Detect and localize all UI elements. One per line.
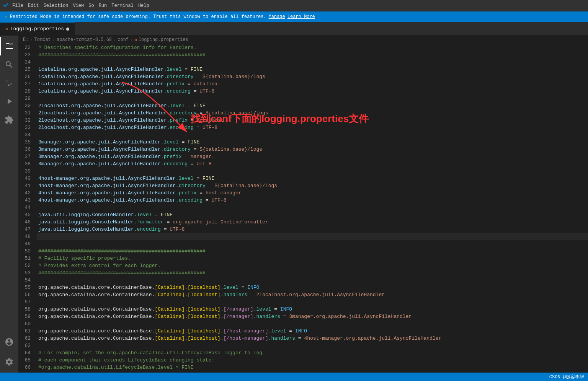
activity-extensions[interactable] [0, 111, 18, 129]
line-number: 25 [18, 66, 37, 73]
code-line: 45java.util.logging.ConsoleHandler.level… [18, 211, 588, 218]
breadcrumb-tomcat[interactable]: Tomcat [34, 37, 51, 42]
code-lines: 22# Describes specific configuration inf… [18, 44, 588, 373]
manage-link[interactable]: Manage [269, 14, 285, 20]
activity-run-debug[interactable] [0, 92, 18, 111]
code-line: 271catalina.org.apache.juli.AsyncFileHan… [18, 80, 588, 88]
line-number: 41 [18, 182, 37, 189]
line-content: # each component that extends LifecycleB… [37, 357, 588, 364]
file-icon: ⚙ [5, 26, 8, 31]
main-layout: E: › Tomcat › apache-tomcat-8.5.68 › con… [0, 36, 588, 373]
line-number: 46 [18, 218, 37, 226]
line-number: 45 [18, 211, 37, 218]
line-number: 52 [18, 262, 37, 269]
menu-edit[interactable]: Edit [28, 3, 39, 8]
line-number: 35 [18, 138, 37, 146]
code-line: 52# Provides extra control for each logg… [18, 262, 588, 269]
code-line: 62org.apache.catalina.core.ContainerBase… [18, 335, 588, 342]
activity-search[interactable] [0, 55, 18, 74]
line-content: org.apache.catalina.core.ContainerBase.[… [37, 284, 588, 291]
breadcrumb-file-icon: ⚙ [134, 37, 137, 42]
line-content: 1catalina.org.apache.juli.AsyncFileHandl… [37, 73, 588, 80]
line-number: 64 [18, 349, 37, 357]
code-line: 54 [18, 277, 588, 284]
breadcrumb-apache-tomcat[interactable]: apache-tomcat-8.5.68 [57, 37, 112, 42]
line-content: 4host-manager.org.apache.juli.AsyncFileH… [37, 189, 588, 197]
menu-selection[interactable]: Selection [44, 3, 69, 8]
restricted-banner: ⚠ Restricted Mode is intended for safe c… [0, 11, 588, 22]
line-content [37, 204, 588, 211]
line-content: 3manager.org.apache.juli.AsyncFileHandle… [37, 153, 588, 160]
breadcrumb-file[interactable]: logging.properties [139, 37, 188, 42]
code-line: 363manager.org.apache.juli.AsyncFileHand… [18, 146, 588, 153]
menu-run[interactable]: Run [99, 3, 107, 8]
code-line: 46java.util.logging.ConsoleHandler.forma… [18, 218, 588, 226]
menu-go[interactable]: Go [88, 3, 94, 8]
code-editor[interactable]: 22# Describes specific configuration inf… [18, 44, 588, 373]
menu-bar[interactable]: File Edit Selection View Go Run Terminal… [12, 3, 149, 8]
activity-explorer[interactable] [0, 37, 18, 55]
line-content: ########################################… [37, 51, 588, 59]
line-content [37, 371, 588, 373]
breadcrumb-e[interactable]: E: [23, 37, 28, 42]
line-content: 1catalina.org.apache.juli.AsyncFileHandl… [37, 80, 588, 88]
code-line: 48 [18, 233, 588, 240]
breadcrumb-conf[interactable]: conf [118, 37, 129, 42]
menu-file[interactable]: File [12, 3, 23, 8]
line-content: #org.apache.catalina.util.LifecycleBase.… [37, 364, 588, 371]
activity-bar [0, 36, 18, 373]
line-content [37, 320, 588, 327]
code-line: 57 [18, 298, 588, 306]
line-content: # Describes specific configuration info … [37, 44, 588, 51]
tab-logging-properties[interactable]: ⚙ logging.properties [0, 22, 75, 35]
line-content [37, 298, 588, 306]
activity-settings[interactable] [0, 353, 18, 371]
modified-dot [66, 28, 69, 31]
code-line: 322localhost.org.apache.juli.AsyncFileHa… [18, 117, 588, 124]
code-line: 64# For example, set the org.apache.cata… [18, 349, 588, 357]
code-line: 424host-manager.org.apache.juli.AsyncFil… [18, 189, 588, 197]
learn-more-link[interactable]: Learn More [287, 14, 315, 20]
run-debug-icon [5, 97, 14, 106]
code-line: 404host-manager.org.apache.juli.AsyncFil… [18, 175, 588, 182]
code-line: 251catalina.org.apache.juli.AsyncFileHan… [18, 66, 588, 73]
code-line: 66#org.apache.catalina.util.LifecycleBas… [18, 364, 588, 371]
line-content: ########################################… [37, 247, 588, 255]
tab-bar: ⚙ logging.properties [0, 22, 588, 36]
line-number: 30 [18, 102, 37, 109]
activity-source-control[interactable] [0, 74, 18, 92]
line-content: org.apache.catalina.core.ContainerBase.[… [37, 327, 588, 335]
line-content [37, 95, 588, 102]
line-number: 43 [18, 197, 37, 204]
code-line: 373manager.org.apache.juli.AsyncFileHand… [18, 153, 588, 160]
extensions-icon [5, 115, 14, 124]
code-line: 49 [18, 240, 588, 247]
code-line: 63 [18, 342, 588, 349]
breadcrumb: E: › Tomcat › apache-tomcat-8.5.68 › con… [18, 36, 588, 44]
line-content: 3manager.org.apache.juli.AsyncFileHandle… [37, 138, 588, 146]
code-line: 55org.apache.catalina.core.ContainerBase… [18, 284, 588, 291]
line-content: 4host-manager.org.apache.juli.AsyncFileH… [37, 182, 588, 189]
line-content: 2localhost.org.apache.juli.AsyncFileHand… [37, 109, 588, 117]
line-number: 22 [18, 44, 37, 51]
account-icon [5, 337, 14, 347]
code-line: 29 [18, 95, 588, 102]
line-number: 39 [18, 168, 37, 175]
line-content: 3manager.org.apache.juli.AsyncFileHandle… [37, 146, 588, 153]
line-content: org.apache.catalina.core.ContainerBase.[… [37, 291, 588, 298]
menu-view[interactable]: View [73, 3, 84, 8]
status-bar: CSDN @极客李华 [0, 373, 588, 381]
line-number: 23 [18, 51, 37, 59]
activity-account[interactable] [0, 333, 18, 351]
line-number: 59 [18, 313, 37, 320]
source-control-icon [5, 78, 14, 88]
menu-terminal[interactable]: Terminal [111, 3, 134, 8]
code-line: 22# Describes specific configuration inf… [18, 44, 588, 51]
line-content [37, 240, 588, 247]
line-number: 58 [18, 306, 37, 313]
menu-help[interactable]: Help [138, 3, 149, 8]
line-content: 2localhost.org.apache.juli.AsyncFileHand… [37, 117, 588, 124]
line-content: 2localhost.org.apache.juli.AsyncFileHand… [37, 102, 588, 109]
line-number: 61 [18, 327, 37, 335]
line-content: org.apache.catalina.core.ContainerBase.[… [37, 313, 588, 320]
